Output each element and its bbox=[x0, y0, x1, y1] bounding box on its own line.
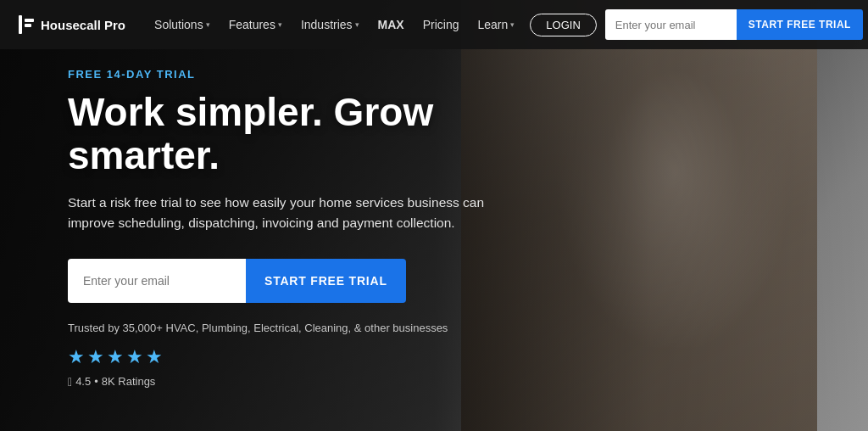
hero-subtext: Start a risk free trial to see how easil… bbox=[68, 193, 509, 233]
nav-solutions[interactable]: Solutions ▾ bbox=[146, 13, 219, 36]
chevron-down-icon: ▾ bbox=[510, 20, 515, 29]
svg-rect-2 bbox=[25, 24, 31, 27]
hero-start-trial-button[interactable]: START FREE TRIAL bbox=[246, 259, 406, 303]
star-5: ★ bbox=[146, 346, 163, 368]
star-2: ★ bbox=[87, 346, 104, 368]
logo-icon bbox=[17, 14, 36, 36]
stars-row: ★ ★ ★ ★ ★ bbox=[68, 346, 542, 368]
rating-value: 4.5 bbox=[75, 375, 91, 388]
nav-links: Solutions ▾ Features ▾ Industries ▾ MAX … bbox=[146, 13, 523, 36]
svg-rect-0 bbox=[19, 15, 22, 34]
nav-industries[interactable]: Industries ▾ bbox=[292, 13, 368, 36]
chevron-down-icon: ▾ bbox=[355, 20, 359, 29]
star-3: ★ bbox=[107, 346, 124, 368]
hero-headline: Work simpler. Grow smarter. bbox=[68, 91, 542, 176]
hero-content: FREE 14-DAY TRIAL Work simpler. Grow sma… bbox=[0, 42, 542, 388]
logo-text: Housecall Pro bbox=[41, 18, 125, 32]
ratings-separator: • bbox=[94, 375, 98, 388]
trusted-text: Trusted by 35,000+ HVAC, Plumbing, Elect… bbox=[68, 322, 542, 334]
nav-pricing[interactable]: Pricing bbox=[415, 13, 468, 36]
nav-features[interactable]: Features ▾ bbox=[220, 13, 291, 36]
free-trial-tag: FREE 14-DAY TRIAL bbox=[68, 68, 542, 81]
chevron-down-icon: ▾ bbox=[278, 20, 282, 29]
rating-count: 8K Ratings bbox=[102, 375, 156, 388]
login-button[interactable]: LOGIN bbox=[530, 14, 596, 36]
nav-max[interactable]: MAX bbox=[370, 13, 413, 36]
nav-email-cta-group: START FREE TRIAL bbox=[605, 9, 863, 40]
navbar: Housecall Pro Solutions ▾ Features ▾ Ind… bbox=[0, 0, 868, 49]
cta-group: START FREE TRIAL bbox=[68, 259, 542, 303]
star-1: ★ bbox=[68, 346, 85, 368]
hero-email-input[interactable] bbox=[68, 259, 246, 303]
nav-email-input[interactable] bbox=[605, 9, 737, 40]
nav-start-trial-button[interactable]: START FREE TRIAL bbox=[737, 9, 863, 40]
chevron-down-icon: ▾ bbox=[206, 20, 210, 29]
apple-icon:  bbox=[68, 375, 72, 389]
hero-section: Housecall Pro Solutions ▾ Features ▾ Ind… bbox=[0, 0, 868, 431]
star-4: ★ bbox=[126, 346, 143, 368]
ratings-row:  4.5 • 8K Ratings bbox=[68, 375, 542, 389]
nav-learn[interactable]: Learn ▾ bbox=[470, 13, 524, 36]
logo[interactable]: Housecall Pro bbox=[17, 14, 125, 36]
svg-rect-1 bbox=[25, 19, 34, 22]
nav-right-actions: LOGIN START FREE TRIAL bbox=[530, 9, 863, 40]
